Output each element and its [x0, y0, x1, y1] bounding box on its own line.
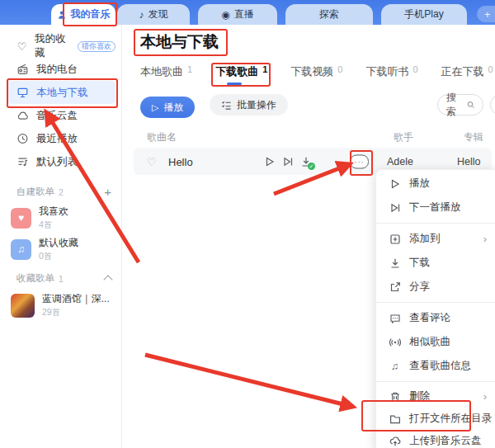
menu-item-play[interactable]: 播放: [376, 172, 495, 196]
playlist-item-i-like[interactable]: ♥ 我喜欢 4首: [11, 205, 68, 231]
batch-actions-button[interactable]: 批量操作: [210, 94, 288, 116]
computer-icon: [16, 87, 29, 98]
tab-my-music[interactable]: 我的音乐: [51, 4, 116, 25]
similar-songs-icon: [389, 337, 401, 348]
row-more-icon[interactable]: ···: [350, 154, 369, 168]
sidebar-item-recent-play[interactable]: 最近播放: [7, 127, 116, 150]
sidebar-item-label: 我的收藏: [35, 32, 70, 60]
playlist-cover-note: ♫: [11, 239, 31, 260]
note-doc-icon: ♫: [17, 243, 25, 255]
menu-divider: [376, 302, 495, 303]
menu-item-open-file-location[interactable]: 打开文件所在目录: [376, 408, 495, 430]
tab-local-songs[interactable]: 本地歌曲 1: [140, 64, 192, 85]
like-heart-icon[interactable]: ♡: [147, 155, 157, 167]
fav-playlists-header: 收藏歌单 1: [16, 272, 111, 285]
tab-discover[interactable]: ♪ 发现: [117, 4, 190, 25]
toolbar: ▷ 播放 批量操作 搜索 排序: [140, 94, 495, 116]
trash-icon: [389, 391, 401, 403]
tab-label: 直播: [234, 7, 254, 21]
playlist-cover-art: [11, 294, 35, 318]
add-to-icon: [389, 233, 401, 245]
menu-item-play-next[interactable]: 下一首播放: [376, 196, 495, 219]
submenu-chevron-icon: ›: [483, 233, 487, 245]
tab-downloaded-videos[interactable]: 下载视频 0: [290, 64, 342, 85]
tab-live[interactable]: ◉ 直播: [198, 4, 277, 25]
tab-explore[interactable]: 探索: [285, 4, 373, 25]
menu-label: 播放: [409, 177, 430, 191]
menu-item-similar-songs[interactable]: 相似歌曲: [376, 330, 495, 354]
sidebar-item-label: 默认列表: [36, 155, 78, 169]
menu-item-download[interactable]: 下载: [376, 251, 495, 275]
playlist-count: 29首: [42, 307, 110, 318]
self-playlists-header: 自建歌单 2 +: [16, 185, 111, 199]
play-next-icon: [389, 202, 401, 214]
artist-name: Adele: [387, 156, 413, 167]
menu-label: 下一首播放: [409, 200, 461, 215]
top-navigation-bar: 我的音乐 ♪ 发现 ◉ 直播 探索 手机Play +: [0, 0, 495, 25]
sidebar-item-my-radio[interactable]: 我的电台: [7, 58, 116, 81]
music-app-window: 我的音乐 ♪ 发现 ◉ 直播 探索 手机Play + ♡ 我的收藏 猜你喜欢 我…: [0, 0, 495, 448]
playlist-name: 蓝调酒馆｜深...: [42, 292, 110, 306]
tab-label: 手机Play: [404, 7, 443, 21]
batch-list-icon: [221, 100, 232, 111]
download-icon: [389, 257, 401, 269]
play-label: 播放: [163, 101, 183, 115]
menu-label: 删除: [409, 389, 430, 403]
downloaded-check-badge: ✓: [308, 163, 315, 170]
playlist-count: 0首: [39, 251, 78, 262]
menu-label: 分享: [409, 280, 430, 294]
play-icon: [389, 178, 401, 190]
tab-downloaded-songs[interactable]: 下载歌曲 1: [215, 64, 267, 85]
clock-icon: [16, 133, 29, 144]
menu-label: 相似歌曲: [409, 335, 450, 349]
user-icon: [57, 10, 67, 20]
menu-item-add-to[interactable]: 添加到 ›: [376, 227, 495, 251]
menu-item-delete[interactable]: 删除 ›: [376, 385, 495, 408]
sidebar-item-local-and-download[interactable]: 本地与下载: [7, 81, 116, 104]
menu-label: 查看评论: [409, 311, 450, 325]
menu-item-song-info[interactable]: ♫ 查看歌曲信息: [376, 354, 495, 378]
tab-label: 发现: [148, 7, 168, 21]
row-play-next-icon[interactable]: [282, 156, 294, 167]
col-album: 专辑: [464, 130, 483, 144]
song-title: Hello: [168, 155, 193, 167]
folder-icon: [389, 413, 401, 425]
playlist-item-blues-bar[interactable]: 蓝调酒馆｜深... 29首: [11, 292, 110, 318]
play-all-button[interactable]: ▷ 播放: [140, 97, 195, 118]
plus-icon: +: [484, 8, 491, 21]
guess-you-like-badge[interactable]: 猜你喜欢: [78, 41, 116, 52]
radio-icon: [16, 64, 29, 75]
sidebar: ♡ 我的收藏 猜你喜欢 我的电台 本地与下载 音乐云盘 最近播放 默认列表 自建…: [0, 25, 122, 448]
row-play-icon[interactable]: [264, 156, 276, 167]
menu-divider: [376, 223, 495, 224]
collapse-chevron-icon[interactable]: [103, 275, 112, 284]
tab-phone-play[interactable]: 手机Play: [381, 4, 467, 25]
search-label: 搜索: [446, 91, 462, 119]
row-downloaded-icon[interactable]: ✓: [300, 156, 312, 167]
menu-item-view-comments[interactable]: 查看评论: [376, 306, 495, 330]
sidebar-item-music-cloud[interactable]: 音乐云盘: [7, 104, 116, 127]
sidebar-item-label: 我的电台: [36, 63, 78, 77]
menu-item-upload-to-cloud[interactable]: 上传到音乐云盘: [376, 430, 495, 448]
playlist-item-default-collect[interactable]: ♫ 默认收藏 0首: [11, 236, 78, 262]
tab-count: 0: [337, 64, 342, 74]
playlist-name: 默认收藏: [39, 236, 78, 250]
search-button[interactable]: 搜索: [437, 94, 483, 116]
add-tab-button[interactable]: +: [477, 6, 495, 22]
section-title: 自建歌单: [16, 186, 54, 198]
tab-downloaded-audiobooks[interactable]: 下载听书 0: [365, 64, 417, 85]
menu-label: 添加到: [409, 232, 441, 246]
sidebar-item-default-list[interactable]: 默认列表: [7, 150, 116, 173]
create-playlist-icon[interactable]: +: [104, 185, 111, 199]
heart-filled-icon: ♥: [18, 212, 24, 224]
music-note-icon: ♪: [139, 9, 144, 21]
tab-downloading[interactable]: 正在下载 0: [441, 64, 493, 85]
playlist-count: 4首: [39, 219, 68, 231]
tab-label: 下载视频: [290, 64, 333, 79]
heart-icon: ♡: [16, 40, 27, 53]
menu-label: 下载: [409, 256, 430, 270]
sidebar-item-my-favorites[interactable]: ♡ 我的收藏 猜你喜欢: [7, 35, 116, 58]
sort-button[interactable]: 排序: [490, 94, 495, 116]
playlist-cover-heart: ♥: [11, 208, 31, 229]
menu-item-share[interactable]: 分享: [376, 275, 495, 299]
